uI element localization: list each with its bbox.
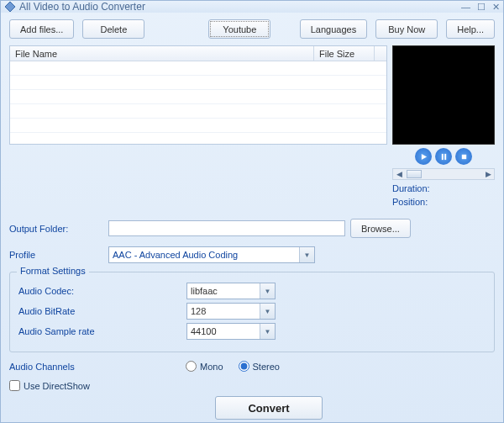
chevron-down-icon: ▼ xyxy=(299,247,314,262)
buy-now-button[interactable]: Buy Now xyxy=(375,19,438,39)
app-window: All Video to Audio Converter — ☐ ✕ Add f… xyxy=(0,0,504,423)
audio-channels-row: Audio Channels Mono Stereo xyxy=(9,361,495,372)
stereo-radio[interactable]: Stereo xyxy=(239,361,280,372)
duration-label: Duration: xyxy=(392,183,495,193)
audio-codec-select[interactable]: libfaac ▼ xyxy=(186,283,276,299)
window-title: All Video to Audio Converter xyxy=(19,1,461,13)
scroll-right-icon[interactable]: ▶ xyxy=(482,170,494,178)
table-row xyxy=(10,104,386,119)
audio-bitrate-select[interactable]: 128 ▼ xyxy=(186,303,276,320)
audio-codec-label: Audio Codec: xyxy=(18,286,186,296)
table-row xyxy=(10,76,386,90)
video-preview xyxy=(392,45,495,145)
table-row xyxy=(10,61,386,76)
titlebar: All Video to Audio Converter — ☐ ✕ xyxy=(1,1,503,13)
profile-row: Profile AAC - Advanced Audio Coding ▼ xyxy=(9,246,495,263)
add-files-button[interactable]: Add files... xyxy=(9,19,74,39)
svg-rect-2 xyxy=(441,153,443,159)
use-directshow-checkbox[interactable] xyxy=(9,380,20,391)
audio-bitrate-value: 128 xyxy=(191,306,206,316)
table-header: File Name File Size xyxy=(10,46,386,61)
format-settings-group: Format Settings Audio Codec: libfaac ▼ A… xyxy=(9,272,495,352)
scroll-thumb[interactable] xyxy=(407,170,422,178)
profile-label: Profile xyxy=(9,250,103,260)
use-directshow-label: Use DirectShow xyxy=(24,381,90,391)
convert-row: Convert xyxy=(43,396,495,420)
close-button[interactable]: ✕ xyxy=(492,2,500,13)
pause-button[interactable] xyxy=(435,148,452,165)
help-button[interactable]: Help... xyxy=(446,19,495,39)
languages-button[interactable]: Languages xyxy=(300,19,367,39)
minimize-button[interactable]: — xyxy=(461,2,470,13)
chevron-down-icon: ▼ xyxy=(260,304,275,319)
table-body xyxy=(10,61,386,144)
browse-button[interactable]: Browse... xyxy=(350,219,411,238)
svg-marker-1 xyxy=(421,153,426,159)
toolbar: Add files... Delete Youtube Languages Bu… xyxy=(1,13,503,45)
audio-sample-rate-label: Audio Sample rate xyxy=(18,326,186,336)
format-settings-legend: Format Settings xyxy=(17,266,89,276)
audio-channels-label: Audio Channels xyxy=(9,362,181,372)
chevron-down-icon: ▼ xyxy=(260,324,275,339)
col-file-name[interactable]: File Name xyxy=(10,46,314,61)
col-end xyxy=(375,46,386,61)
scroll-left-icon[interactable]: ◀ xyxy=(393,170,405,178)
stop-button[interactable] xyxy=(455,148,472,165)
play-button[interactable] xyxy=(415,148,432,165)
audio-sample-rate-select[interactable]: 44100 ▼ xyxy=(186,323,276,340)
delete-button[interactable]: Delete xyxy=(82,19,144,39)
table-row xyxy=(10,133,386,144)
audio-sample-rate-value: 44100 xyxy=(191,326,217,336)
convert-button[interactable]: Convert xyxy=(215,396,323,420)
file-table[interactable]: File Name File Size xyxy=(9,45,387,145)
svg-rect-4 xyxy=(461,154,465,158)
output-folder-input[interactable] xyxy=(108,220,345,236)
output-folder-row: Output Folder: Browse... xyxy=(9,219,495,238)
content-area: File Name File Size xyxy=(1,45,503,423)
col-file-size[interactable]: File Size xyxy=(314,46,375,61)
position-label: Position: xyxy=(392,197,495,207)
window-controls: — ☐ ✕ xyxy=(461,2,500,13)
app-icon xyxy=(4,1,16,13)
audio-codec-value: libfaac xyxy=(191,286,218,296)
audio-bitrate-label: Audio BitRate xyxy=(18,306,186,316)
audio-channels-group: Mono Stereo xyxy=(186,361,280,372)
svg-rect-3 xyxy=(444,153,446,159)
profile-select[interactable]: AAC - Advanced Audio Coding ▼ xyxy=(108,246,315,263)
maximize-button[interactable]: ☐ xyxy=(477,2,486,13)
stereo-radio-label: Stereo xyxy=(253,362,280,372)
profile-value: AAC - Advanced Audio Coding xyxy=(113,250,238,260)
svg-marker-0 xyxy=(5,2,15,12)
preview-panel: ◀ ▶ Duration: Position: xyxy=(392,45,495,207)
mono-radio[interactable]: Mono xyxy=(186,361,223,372)
output-folder-label: Output Folder: xyxy=(9,224,103,234)
table-row xyxy=(10,119,386,133)
media-controls xyxy=(392,148,495,165)
chevron-down-icon: ▼ xyxy=(260,283,275,299)
directshow-row: Use DirectShow xyxy=(9,380,495,391)
seek-scrollbar[interactable]: ◀ ▶ xyxy=(392,168,495,180)
mono-radio-label: Mono xyxy=(200,362,223,372)
table-row xyxy=(10,90,386,104)
youtube-button[interactable]: Youtube xyxy=(208,19,270,39)
